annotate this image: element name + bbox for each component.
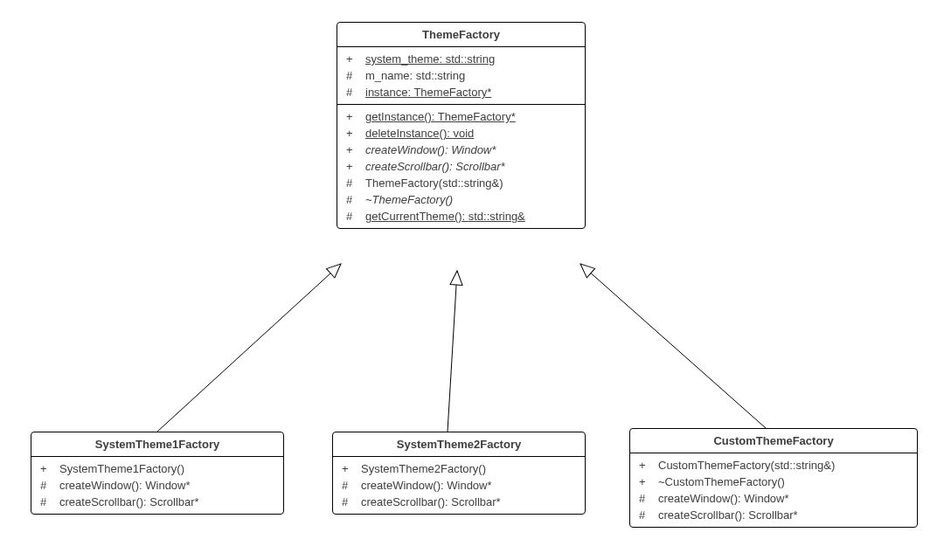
op: + getInstance(): ThemeFactory*	[344, 108, 578, 125]
visibility: #	[340, 494, 361, 510]
visibility: #	[38, 494, 59, 510]
signature: instance: ThemeFactory*	[365, 84, 578, 100]
visibility: +	[344, 142, 365, 158]
visibility: +	[344, 108, 365, 125]
visibility: +	[344, 51, 365, 67]
op: + createWindow(): Window*	[344, 142, 578, 158]
visibility: +	[344, 158, 365, 175]
operations-compartment: + SystemTheme2Factory() # createWindow()…	[333, 457, 585, 514]
signature: SystemTheme2Factory()	[361, 460, 578, 477]
signature: ThemeFactory(std::string&)	[365, 175, 578, 191]
visibility: #	[344, 208, 365, 225]
op: # createWindow(): Window*	[38, 477, 276, 494]
operations-compartment: + SystemTheme1Factory() # createWindow()…	[31, 457, 283, 514]
class-name: SystemTheme1Factory	[31, 432, 283, 457]
signature: deleteInstance(): void	[365, 125, 578, 142]
op: + CustomThemeFactory(std::string&)	[637, 457, 910, 474]
op: # createScrollbar(): Scrollbar*	[340, 494, 578, 510]
class-name: CustomThemeFactory	[630, 429, 917, 453]
op: # createScrollbar(): Scrollbar*	[637, 507, 910, 523]
op: + SystemTheme2Factory()	[340, 460, 578, 477]
visibility: #	[344, 175, 365, 191]
op: + ~CustomThemeFactory()	[637, 474, 910, 490]
class-name: SystemTheme2Factory	[333, 432, 585, 457]
signature: ~CustomThemeFactory()	[658, 474, 910, 490]
op: + SystemTheme1Factory()	[38, 460, 276, 477]
visibility: #	[38, 477, 59, 494]
signature: createScrollbar(): Scrollbar*	[361, 494, 578, 510]
visibility: +	[344, 125, 365, 142]
operations-compartment: + CustomThemeFactory(std::string&) + ~Cu…	[630, 453, 917, 527]
signature: CustomThemeFactory(std::string&)	[658, 457, 910, 474]
visibility: #	[344, 67, 365, 84]
edge-systemtheme1-to-themefactory	[157, 264, 341, 432]
visibility: +	[637, 457, 658, 474]
class-customthemefactory: CustomThemeFactory + CustomThemeFactory(…	[629, 428, 918, 528]
signature: SystemTheme1Factory()	[59, 460, 276, 477]
signature: system_theme: std::string	[365, 51, 578, 67]
visibility: #	[637, 507, 658, 523]
attr: + system_theme: std::string	[344, 51, 578, 67]
visibility: +	[340, 460, 361, 477]
visibility: +	[38, 460, 59, 477]
visibility: #	[637, 490, 658, 507]
signature: createWindow(): Window*	[361, 477, 578, 494]
visibility: +	[637, 474, 658, 490]
edge-systemtheme2-to-themefactory	[448, 271, 457, 432]
signature: m_name: std::string	[365, 67, 578, 84]
visibility: #	[340, 477, 361, 494]
signature: createScrollbar(): Scrollbar*	[658, 507, 910, 523]
uml-diagram: ThemeFactory + system_theme: std::string…	[0, 0, 944, 560]
signature: getInstance(): ThemeFactory*	[365, 108, 578, 125]
signature: createWindow(): Window*	[658, 490, 910, 507]
op: + deleteInstance(): void	[344, 125, 578, 142]
attr: # instance: ThemeFactory*	[344, 84, 578, 100]
signature: ~ThemeFactory()	[365, 191, 578, 208]
visibility: #	[344, 84, 365, 100]
attr: # m_name: std::string	[344, 67, 578, 84]
op: # createWindow(): Window*	[637, 490, 910, 507]
op: # createScrollbar(): Scrollbar*	[38, 494, 276, 510]
signature: createScrollbar(): Scrollbar*	[365, 158, 578, 175]
op: # createWindow(): Window*	[340, 477, 578, 494]
visibility: #	[344, 191, 365, 208]
class-themefactory: ThemeFactory + system_theme: std::string…	[337, 22, 586, 229]
signature: createScrollbar(): Scrollbar*	[59, 494, 276, 510]
edge-customtheme-to-themefactory	[580, 264, 766, 428]
op: # ~ThemeFactory()	[344, 191, 578, 208]
op: # ThemeFactory(std::string&)	[344, 175, 578, 191]
signature: getCurrentTheme(): std::string&	[365, 208, 578, 225]
op: # getCurrentTheme(): std::string&	[344, 208, 578, 225]
operations-compartment: + getInstance(): ThemeFactory* + deleteI…	[337, 104, 585, 228]
attributes-compartment: + system_theme: std::string # m_name: st…	[337, 47, 585, 104]
op: + createScrollbar(): Scrollbar*	[344, 158, 578, 175]
class-systemtheme2factory: SystemTheme2Factory + SystemTheme2Factor…	[332, 432, 586, 515]
signature: createWindow(): Window*	[59, 477, 276, 494]
class-name: ThemeFactory	[337, 23, 585, 47]
signature: createWindow(): Window*	[365, 142, 578, 158]
class-systemtheme1factory: SystemTheme1Factory + SystemTheme1Factor…	[31, 432, 284, 515]
